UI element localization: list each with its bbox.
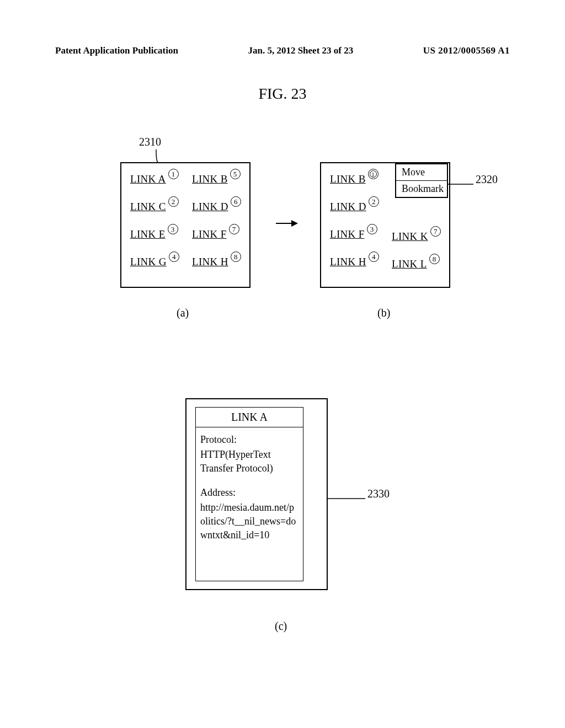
panel-b-col1: LINK B 1 LINK D 2 LINK F 3 LINK H 4 — [330, 173, 379, 283]
page-header: Patent Application Publication Jan. 5, 2… — [0, 45, 565, 56]
caption-b: (b) — [377, 307, 390, 319]
panel-a: LINK A 1 LINK C 2 LINK E 3 LINK G 4 LINK… — [120, 162, 250, 288]
page: Patent Application Publication Jan. 5, 2… — [0, 0, 565, 728]
svg-marker-1 — [291, 220, 298, 227]
badge-double-icon: 1 — [368, 169, 379, 179]
badge-icon: 7 — [229, 224, 239, 234]
ref-label-2320: 2320 — [476, 173, 498, 186]
link-g[interactable]: LINK G 4 — [130, 256, 179, 268]
badge-icon: 2 — [369, 196, 379, 207]
link-d[interactable]: LINK D 2 — [330, 201, 379, 213]
caption-c: (c) — [275, 620, 287, 633]
link-c[interactable]: LINK C 2 — [130, 201, 179, 213]
ref-leader-2330 — [328, 494, 366, 501]
link-h[interactable]: LINK H 4 — [330, 256, 379, 268]
ref-leader-2320 — [448, 180, 475, 186]
link-k[interactable]: LINK K 7 — [392, 231, 441, 243]
badge-icon: 4 — [369, 251, 379, 262]
badge-icon: 7 — [430, 226, 441, 237]
header-center: Jan. 5, 2012 Sheet 23 of 23 — [248, 45, 353, 56]
card-title: LINK A — [196, 408, 303, 427]
link-d[interactable]: LINK D 6 — [192, 201, 241, 213]
menu-item-move[interactable]: Move — [396, 164, 447, 181]
badge-icon: 1 — [168, 169, 179, 179]
address-value: http://mesia.daum.net/politics/?t__nil_n… — [200, 501, 299, 543]
menu-item-bookmark[interactable]: Bookmark — [396, 181, 447, 197]
badge-icon: 5 — [230, 169, 241, 179]
figure-title: FIG. 23 — [0, 85, 565, 103]
ref-label-2310: 2310 — [139, 136, 161, 148]
link-b-selected[interactable]: LINK B 1 — [330, 173, 379, 185]
badge-icon: 8 — [429, 254, 440, 264]
card-body: Protocol: HTTP(HyperText Transfer Protoc… — [196, 427, 303, 547]
panel-a-col1: LINK A 1 LINK C 2 LINK E 3 LINK G 4 — [130, 173, 179, 283]
badge-icon: 6 — [231, 196, 241, 207]
badge-icon: 3 — [168, 224, 178, 234]
header-right: US 2012/0005569 A1 — [423, 45, 510, 56]
link-l[interactable]: LINK L 8 — [392, 258, 441, 270]
link-e[interactable]: LINK E 3 — [130, 228, 179, 240]
link-f[interactable]: LINK F 7 — [192, 228, 241, 240]
protocol-label: Protocol: — [200, 433, 299, 447]
panel-c: LINK A Protocol: HTTP(HyperText Transfer… — [185, 398, 328, 590]
link-a[interactable]: LINK A 1 — [130, 173, 179, 185]
badge-icon: 3 — [367, 224, 377, 234]
header-left: Patent Application Publication — [55, 45, 178, 56]
badge-icon: 4 — [169, 251, 179, 262]
link-h[interactable]: LINK H 8 — [192, 256, 241, 268]
address-label: Address: — [200, 486, 299, 500]
caption-a: (a) — [177, 307, 189, 319]
badge-icon: 8 — [231, 251, 241, 262]
link-info-card: LINK A Protocol: HTTP(HyperText Transfer… — [195, 407, 303, 581]
link-f[interactable]: LINK F 3 — [330, 228, 379, 240]
link-b[interactable]: LINK B 5 — [192, 173, 241, 185]
protocol-value: HTTP(HyperText Transfer Protocol) — [200, 448, 299, 475]
badge-icon: 2 — [168, 196, 179, 207]
panel-b-col2: LINK K 7 LINK L 8 — [392, 231, 441, 286]
context-menu: Move Bookmark — [395, 163, 448, 198]
arrow-right-icon — [276, 220, 298, 227]
panel-a-col2: LINK B 5 LINK D 6 LINK F 7 LINK H 8 — [192, 173, 241, 283]
ref-label-2330: 2330 — [367, 488, 390, 500]
